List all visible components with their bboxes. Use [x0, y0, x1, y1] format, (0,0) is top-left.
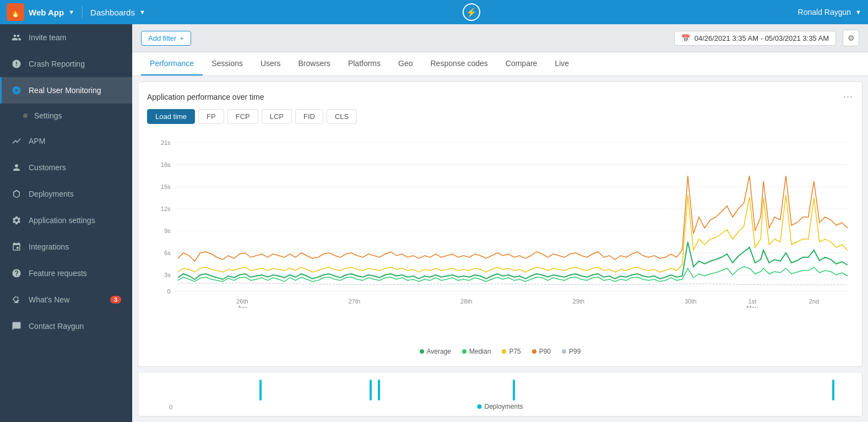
svg-text:6s: 6s [164, 250, 171, 256]
settings-label: Settings [34, 111, 62, 120]
dashboards-label: Dashboards [90, 8, 135, 17]
metric-fcp[interactable]: FCP [227, 109, 258, 124]
app-dropdown-icon: ▼ [68, 9, 74, 15]
tab-sessions[interactable]: Sessions [203, 52, 252, 75]
deployment-bar-1 [259, 380, 262, 401]
apm-label: APM [29, 137, 45, 145]
contact-label: Contact Raygun [29, 322, 84, 331]
rum-label: Real User Monitoring [29, 86, 101, 95]
whats-new-label: What's New [29, 295, 69, 304]
deployments-zero-label: 0 [169, 404, 172, 410]
chart-title: Application performance over time [147, 93, 264, 101]
nav-divider [82, 6, 83, 19]
svg-text:26th: 26th [236, 298, 248, 305]
crash-reporting-label: Crash Reporting [29, 59, 85, 68]
chart-more-button[interactable]: ··· [843, 91, 853, 102]
dashboards-button[interactable]: Dashboards ▼ [90, 8, 145, 17]
tab-users[interactable]: Users [252, 52, 290, 75]
app-settings-label: Application settings [29, 216, 95, 225]
tab-performance[interactable]: Performance [141, 52, 203, 75]
average-label: Average [427, 348, 451, 355]
apm-icon [11, 136, 22, 147]
sidebar: Invite team Crash Reporting Real User Mo… [0, 24, 132, 422]
svg-text:28th: 28th [460, 298, 473, 305]
app-name-label: Web App [29, 8, 64, 17]
filter-bar: Add filter + 📅 04/26/2021 3:35 AM - 05/0… [132, 24, 868, 52]
svg-text:27th: 27th [349, 298, 361, 305]
deployment-bar-2 [370, 380, 372, 401]
app-name-button[interactable]: Web App ▼ [29, 8, 74, 17]
sidebar-item-crash-reporting[interactable]: Crash Reporting [0, 51, 132, 77]
integrations-icon [11, 241, 22, 252]
tab-live[interactable]: Live [546, 52, 578, 75]
p90-dot [532, 349, 536, 354]
main-layout: Invite team Crash Reporting Real User Mo… [0, 24, 868, 422]
p90-label: P90 [539, 348, 551, 355]
p99-dot [562, 349, 566, 354]
p75-dot [502, 349, 506, 354]
add-filter-button[interactable]: Add filter + [141, 31, 191, 46]
sidebar-item-feature-requests[interactable]: Feature requests [0, 260, 132, 286]
app-logo: 🔥 [7, 3, 24, 21]
metric-load-time[interactable]: Load time [147, 109, 195, 124]
svg-text:12s: 12s [161, 205, 171, 212]
deployments-panel: 0 Deployments [138, 372, 862, 416]
sidebar-item-apm[interactable]: APM [0, 128, 132, 154]
chart-settings-button[interactable]: ⚙ [843, 30, 859, 46]
lightning-button[interactable]: ⚡ [463, 3, 480, 21]
sidebar-item-app-settings[interactable]: Application settings [0, 207, 132, 234]
user-name: Ronald Raygun [798, 8, 851, 17]
sidebar-item-integrations[interactable]: Integrations [0, 234, 132, 260]
chart-card: Application performance over time ··· Lo… [138, 82, 862, 367]
tab-compare[interactable]: Compare [497, 52, 546, 75]
svg-text:0: 0 [167, 288, 171, 295]
svg-text:1st: 1st [748, 298, 756, 305]
customers-icon [11, 162, 22, 173]
main-tabs: Performance Sessions Users Browsers Plat… [132, 52, 868, 76]
sidebar-item-customers[interactable]: Customers [0, 154, 132, 181]
settings-dot-icon [23, 113, 28, 118]
tab-browsers[interactable]: Browsers [290, 52, 339, 75]
deployments-label: Deployments [484, 403, 523, 410]
whats-new-icon [11, 294, 22, 305]
legend-p75: P75 [502, 348, 520, 355]
metric-fid[interactable]: FID [295, 109, 323, 124]
tab-platforms[interactable]: Platforms [339, 52, 389, 75]
deployments-icon [11, 188, 22, 199]
metric-lcp[interactable]: LCP [262, 109, 292, 124]
median-label: Median [469, 348, 491, 355]
sidebar-item-contact[interactable]: Contact Raygun [0, 313, 132, 339]
svg-text:18s: 18s [161, 161, 171, 168]
sidebar-item-whats-new[interactable]: What's New 3 [0, 286, 132, 313]
tab-geo[interactable]: Geo [389, 52, 421, 75]
gear-icon: ⚙ [848, 34, 855, 42]
lightning-icon: ⚡ [466, 7, 477, 18]
tab-response-codes[interactable]: Response codes [421, 52, 496, 75]
sidebar-item-settings[interactable]: Settings [0, 104, 132, 128]
main-content: Add filter + 📅 04/26/2021 3:35 AM - 05/0… [132, 24, 868, 422]
deployments-legend: Deployments [477, 403, 523, 410]
legend-p99: P99 [562, 348, 581, 355]
chart-svg-area: .axis-label { font-size: 11px; fill: #88… [147, 132, 853, 343]
average-dot [420, 349, 424, 354]
feature-requests-label: Feature requests [29, 269, 87, 278]
date-range-label: 04/26/2021 3:35 AM - 05/03/2021 3:35 AM [695, 34, 829, 42]
customers-label: Customers [29, 163, 66, 172]
invite-team-icon [11, 32, 22, 43]
metric-buttons: Load time FP FCP LCP FID CLS [147, 109, 853, 124]
metric-fp[interactable]: FP [198, 109, 224, 124]
chart-header: Application performance over time ··· [147, 91, 853, 102]
date-range-picker[interactable]: 📅 04/26/2021 3:35 AM - 05/03/2021 3:35 A… [674, 31, 836, 46]
rum-icon [11, 85, 22, 96]
sidebar-item-invite-team[interactable]: Invite team [0, 24, 132, 51]
svg-text:3s: 3s [164, 272, 171, 278]
metric-cls[interactable]: CLS [327, 109, 357, 124]
sidebar-item-deployments[interactable]: Deployments [0, 181, 132, 207]
deployment-bar-5 [832, 380, 834, 401]
p75-label: P75 [509, 348, 520, 355]
deployment-bar-4 [513, 380, 515, 401]
sidebar-item-rum[interactable]: Real User Monitoring [0, 77, 132, 104]
user-menu[interactable]: Ronald Raygun ▼ [798, 8, 861, 17]
legend-median: Median [462, 348, 491, 355]
chart-legend: Average Median P75 P90 P99 [147, 343, 853, 358]
